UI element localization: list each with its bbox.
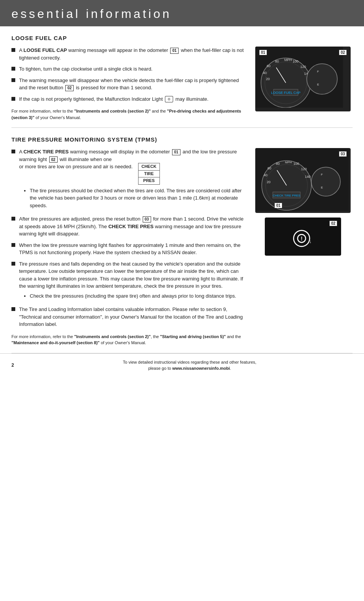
dashboard-svg-tpms: 20 40 60 80 MPH 100 120 140 F E [255, 148, 349, 211]
section2-bullet-5-text: The Tire and Loading Information label c… [19, 306, 246, 328]
svg-text:⚙: ⚙ [168, 97, 171, 101]
check-line1: CHECK [139, 163, 159, 171]
tpms-light-badge-02: 02 [329, 221, 337, 226]
section1-bullet-4-text: If the cap is not properly tightened, th… [19, 95, 208, 103]
section2-bullet-list: A CHECK TIRE PRES warning message will d… [11, 148, 246, 328]
section-loose-fuel-cap: LOOSE FUEL CAP A LOOSE FUEL CAP warning … [11, 26, 353, 128]
section1-bullet-list: A LOOSE FUEL CAP warning message will ap… [11, 47, 246, 103]
section1-image: 01 02 20 40 60 80 MPH [253, 47, 353, 121]
svg-text:80: 80 [276, 162, 280, 166]
section2-body: A CHECK TIRE PRES warning message will d… [11, 148, 353, 346]
svg-point-31 [311, 167, 340, 196]
section2-bullet-1-content: A CHECK TIRE PRES warning message will d… [19, 148, 246, 211]
section2-sub-4-1: Check the tire pressures (including the … [30, 292, 246, 300]
bullet-square-3 [11, 78, 15, 82]
badge-t01-b1: 01 [172, 149, 180, 155]
section2-bullet-1-text: A CHECK TIRE PRES warning message will d… [19, 149, 237, 162]
svg-text:E: E [317, 83, 319, 86]
svg-text:MPH: MPH [285, 161, 292, 164]
section2-footnote: For more information, refer to the "Inst… [11, 334, 246, 346]
badge-t03-b2: 03 [143, 216, 151, 222]
bullet-square-t2 [11, 217, 15, 221]
bullet-square-4 [11, 97, 15, 101]
footer-text-line1: To view detailed instructional videos re… [123, 360, 256, 364]
svg-text:MPH: MPH [284, 58, 292, 62]
svg-text:E: E [321, 186, 323, 189]
svg-text:F: F [317, 70, 319, 73]
section2-sub-list-4: Check the tire pressures (including the … [19, 292, 246, 300]
section2-bullet-3: When the low tire pressure warning light… [11, 242, 246, 256]
dashboard-svg-1: 20 40 60 80 MPH 100 120 140 F E [255, 47, 343, 108]
section1-title: LOOSE FUEL CAP [11, 35, 353, 41]
dash-badge-02: 02 [339, 50, 347, 55]
section2-bullet-3-text: When the low tire pressure warning light… [19, 242, 246, 256]
bullet-square-t3 [11, 243, 15, 247]
bullet-square-2 [11, 67, 15, 71]
svg-text:40: 40 [263, 71, 267, 75]
tpms-left: A CHECK TIRE PRES warning message will d… [11, 148, 246, 346]
section2-bullet-1: A CHECK TIRE PRES warning message will d… [11, 148, 246, 211]
svg-text:120: 120 [301, 167, 307, 171]
svg-text:40: 40 [264, 173, 267, 177]
badge-t02-b1: 02 [49, 156, 58, 163]
tpms-text-inner: or more tires are low on pressure and ai… [19, 163, 133, 171]
footer-text-line3: . [230, 366, 231, 371]
svg-text:140: 140 [305, 175, 311, 179]
page-footer: 2 To view detailed instructional videos … [0, 353, 364, 377]
section2-sub-list-1: The tire pressures should be checked whe… [19, 187, 246, 209]
check-line3: PRES [139, 177, 159, 184]
section1-bullet-4: If the cap is not properly tightened, th… [11, 95, 246, 103]
section1-bullet-3-text: The warning message will disappear when … [19, 77, 246, 92]
section1-bullet-2-text: To tighten, turn the cap clockwise until… [19, 65, 153, 73]
svg-text:LOOSE FUEL CAP: LOOSE FUEL CAP [271, 91, 300, 95]
check-tire-display: CHECK TIRE PRES [138, 163, 160, 185]
svg-text:100: 100 [293, 60, 298, 63]
dash-badge-tpms-01: 01 [274, 203, 282, 208]
section2-bullet-4: Tire pressure rises and falls depending … [11, 260, 246, 302]
tpms-inner: or more tires are low on pressure and ai… [19, 163, 246, 185]
svg-text:CHECK TIRE PRES: CHECK TIRE PRES [273, 194, 300, 197]
section2-bullet-5: The Tire and Loading Information label c… [11, 306, 246, 328]
dash-badge-01: 01 [259, 50, 267, 55]
svg-text:100: 100 [293, 162, 299, 166]
footer-url: www.nissanownersinfo.mobi [172, 366, 230, 371]
svg-text:↓: ↓ [309, 239, 311, 244]
tpms-right: 03 01 20 40 60 80 MPH 100 120 140 [253, 148, 353, 346]
section1-text: A LOOSE FUEL CAP warning message will ap… [11, 47, 246, 121]
check-line2: TIRE [139, 171, 159, 178]
section-tpms: TIRE PRESSURE MONITORING SYSTEM (TPMS) A… [11, 128, 353, 353]
svg-text:F: F [321, 173, 323, 176]
page-content: LOOSE FUEL CAP A LOOSE FUEL CAP warning … [0, 26, 364, 353]
badge-02-b3: 02 [65, 85, 74, 91]
mil-icon: ⚙ [165, 96, 173, 103]
footer-text: To view detailed instructional videos re… [27, 359, 353, 372]
tpms-warning-icon-svg: ! ↓ [290, 225, 316, 248]
svg-text:60: 60 [267, 166, 271, 170]
section2-sub-1-1: The tire pressures should be checked whe… [30, 187, 246, 209]
svg-text:120: 120 [300, 65, 306, 69]
svg-text:20: 20 [267, 180, 271, 184]
section2-bullet-2: After tire pressures are adjusted, press… [11, 215, 246, 238]
section1-body: A LOOSE FUEL CAP warning message will ap… [11, 47, 353, 121]
bullet-square-t1 [11, 150, 15, 153]
section2-title: TIRE PRESSURE MONITORING SYSTEM (TPMS) [11, 136, 353, 143]
section1-bullet-1: A LOOSE FUEL CAP warning message will ap… [11, 47, 246, 61]
tpms-warning-light-image: 02 ! ↓ [265, 218, 341, 256]
section1-footnote: For more information, refer to the "Inst… [11, 108, 246, 121]
svg-text:20: 20 [266, 77, 270, 81]
badge-01-b1: 01 [170, 48, 179, 54]
page-header: essential information [0, 0, 364, 26]
section2-bullet-4-text: Tire pressure rises and falls depending … [19, 261, 243, 289]
dash-image-1: 01 02 20 40 60 80 MPH [255, 47, 351, 111]
bullet-square-1 [11, 48, 15, 52]
bullet-square-t4 [11, 262, 15, 266]
section2-bullet-2-text: After tire pressures are adjusted, press… [19, 215, 246, 238]
page-title: essential information [11, 7, 353, 21]
dash-badge-tpms-03: 03 [339, 151, 347, 157]
svg-text:60: 60 [267, 64, 271, 68]
footer-page-number: 2 [11, 363, 19, 368]
section1-bullet-1-text: A LOOSE FUEL CAP warning message will ap… [19, 47, 246, 61]
bullet-square-t5 [11, 307, 15, 311]
section1-bullet-3: The warning message will disappear when … [11, 77, 246, 92]
section2-bullet-4-content: Tire pressure rises and falls depending … [19, 260, 246, 302]
